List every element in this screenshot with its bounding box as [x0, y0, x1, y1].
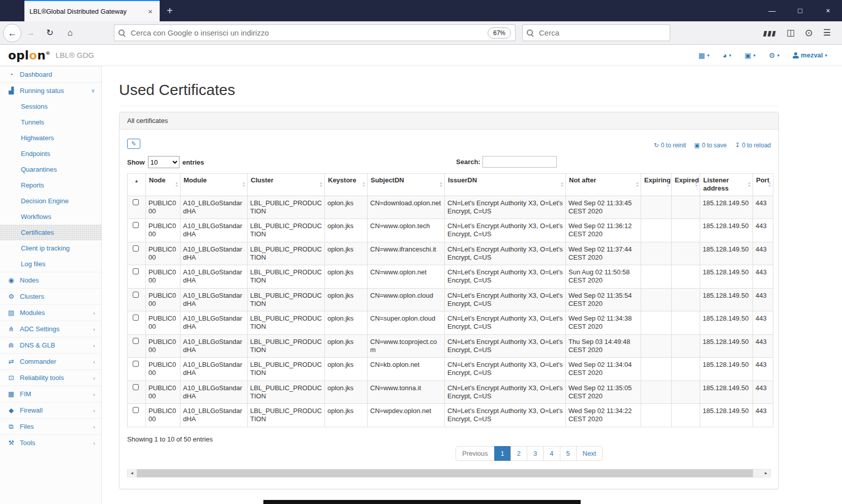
cell-keystore: oplon.jks	[325, 358, 368, 381]
sidebar-item-quarantines[interactable]: Quarantines	[0, 162, 101, 177]
sidebar-item-commander[interactable]: ⇄Commander‹	[0, 353, 101, 369]
table-row[interactable]: PUBLIC000A10_LBLGoStandardHALBL_PUBLIC_P…	[128, 265, 773, 289]
browser-search-bar[interactable]	[522, 24, 670, 41]
sort-column-header[interactable]: ▲	[128, 174, 146, 196]
pagination-previous[interactable]: Previous	[456, 446, 495, 461]
sidebar-item-files[interactable]: ⧉Files‹	[0, 418, 101, 434]
table-row[interactable]: PUBLIC000A10_LBLGoStandardHALBL_PUBLIC_P…	[128, 288, 773, 311]
forward-button[interactable]: →	[23, 28, 38, 38]
table-row[interactable]: PUBLIC000A10_LBLGoStandardHALBL_PUBLIC_P…	[128, 358, 773, 381]
tab-close-icon[interactable]: ×	[146, 7, 155, 16]
sidebar-item-fim[interactable]: ▦FIM‹	[0, 386, 101, 402]
sidebar-item-firewall[interactable]: ◆Firewall‹	[0, 402, 101, 418]
row-checkbox[interactable]	[133, 384, 139, 390]
edit-icon[interactable]: ✎	[127, 139, 140, 149]
sidebar-item-adc-settings[interactable]: ⋔ADC Settings‹	[0, 321, 101, 337]
sidebar-item-reliability-tools[interactable]: ⊡Reliability tools‹	[0, 369, 101, 386]
column-header-listener-address[interactable]: Listener address▲▼	[700, 174, 753, 196]
0-to-save-link[interactable]: ▣0 to save	[694, 142, 727, 149]
sidebar-item-endpoints[interactable]: Endpoints	[0, 146, 101, 162]
table-row[interactable]: PUBLIC000A10_LBLGoStandardHALBL_PUBLIC_P…	[128, 242, 773, 265]
sidebar-item-nodes[interactable]: ◉Nodes	[0, 272, 101, 288]
sidebar-toggle-icon[interactable]: ◫	[787, 27, 795, 38]
row-checkbox[interactable]	[133, 292, 139, 298]
sidebar-item-clusters[interactable]: ⚙Clusters	[0, 288, 101, 304]
sidebar-item-dns-glb[interactable]: ⋒DNS & GLB‹	[0, 337, 101, 353]
sidebar-item-running-status[interactable]: ▟Running status∨	[0, 82, 101, 99]
table-row[interactable]: PUBLIC000A10_LBLGoStandardHALBL_PUBLIC_P…	[128, 196, 773, 219]
0-to-reload-link[interactable]: ↧0 to reload	[735, 142, 771, 149]
back-button[interactable]: ←	[3, 24, 21, 42]
sidebar-item-sessions[interactable]: Sessions	[0, 99, 101, 114]
page-length-select[interactable]: 10	[148, 156, 179, 168]
column-header-node[interactable]: Node▲▼	[146, 174, 181, 196]
close-icon[interactable]: ×	[814, 7, 842, 15]
column-header-cluster[interactable]: Cluster▲▼	[248, 174, 325, 196]
pagination-page-1[interactable]: 1	[494, 446, 511, 461]
sidebar-item-tools[interactable]: ⚒Tools‹	[0, 434, 101, 451]
library-icon[interactable]: ▮▮▮	[762, 29, 777, 37]
url-bar[interactable]: 67%	[114, 24, 516, 41]
column-header-module[interactable]: Module▲▼	[181, 174, 248, 196]
row-checkbox[interactable]	[133, 407, 139, 413]
sidebar-item-dashboard[interactable]: ◔Dashboard	[0, 66, 101, 82]
maximize-icon[interactable]: □	[786, 7, 814, 15]
table-row[interactable]: PUBLIC000A10_LBLGoStandardHALBL_PUBLIC_P…	[128, 334, 773, 358]
scrollbar-thumb[interactable]	[137, 469, 753, 477]
column-header-not-after[interactable]: Not after▲▼	[566, 174, 641, 196]
table-row[interactable]: PUBLIC000A10_LBLGoStandardHALBL_PUBLIC_P…	[128, 381, 773, 404]
table-row[interactable]: PUBLIC000A10_LBLGoStandardHALBL_PUBLIC_P…	[128, 219, 773, 242]
browser-tab[interactable]: LBL®Global Distributed Gateway ×	[24, 0, 160, 21]
sidebar-item-certificates[interactable]: Certificates	[0, 225, 101, 240]
apps-menu[interactable]: ▦▾	[698, 51, 709, 59]
dashboard-menu[interactable]: ◕▾	[723, 51, 731, 59]
column-header-expired[interactable]: Expired▲▼	[672, 174, 700, 196]
sidebar-item-workflows[interactable]: Workflows	[0, 209, 101, 225]
table-row[interactable]: PUBLIC000A10_LBLGoStandardHALBL_PUBLIC_P…	[128, 311, 773, 335]
account-icon[interactable]: ⊙	[805, 27, 813, 39]
new-tab-button[interactable]: +	[160, 3, 180, 19]
pagination: Previous12345Next	[456, 446, 603, 461]
cell-expiring	[641, 196, 672, 219]
pagination-page-3[interactable]: 3	[527, 446, 544, 461]
sidebar-item-highwaters[interactable]: Highwaters	[0, 130, 101, 146]
minimize-icon[interactable]: —	[758, 7, 786, 15]
url-input[interactable]	[130, 28, 488, 38]
column-header-subjectdn[interactable]: SubjectDN▲▼	[368, 174, 445, 196]
sidebar-item-log-files[interactable]: Log files	[0, 256, 101, 272]
row-checkbox[interactable]	[133, 222, 139, 228]
settings-menu[interactable]: ⚙▾	[769, 51, 779, 59]
pagination-page-5[interactable]: 5	[560, 446, 577, 461]
table-search-input[interactable]	[483, 156, 557, 168]
home-button[interactable]: ⌂	[63, 28, 77, 38]
row-checkbox[interactable]	[133, 361, 139, 367]
0-to-reinit-link[interactable]: ↻0 to reinit	[654, 142, 686, 149]
save-menu[interactable]: ▣▾	[744, 51, 756, 59]
column-header-issuerdn[interactable]: IssuerDN▲▼	[445, 174, 566, 196]
cell-module: A10_LBLGoStandardHA	[181, 242, 248, 265]
sidebar-item-client-ip-tracking[interactable]: Client ip tracking	[0, 240, 101, 256]
menu-icon[interactable]: ☰	[823, 27, 831, 38]
row-checkbox[interactable]	[133, 245, 139, 251]
scroll-left-icon[interactable]: ◄	[128, 469, 136, 478]
browser-search-input[interactable]	[538, 28, 666, 38]
reload-button[interactable]: ↻	[43, 27, 57, 38]
zoom-level-badge[interactable]: 67%	[488, 27, 511, 39]
row-checkbox[interactable]	[133, 338, 139, 344]
column-header-port[interactable]: Port▲▼	[753, 174, 773, 196]
table-row[interactable]: PUBLIC000A10_LBLGoStandardHALBL_PUBLIC_P…	[128, 404, 773, 427]
pagination-next[interactable]: Next	[576, 446, 603, 461]
pagination-page-4[interactable]: 4	[543, 446, 560, 461]
row-checkbox[interactable]	[133, 314, 139, 321]
column-header-keystore[interactable]: Keystore▲▼	[325, 174, 368, 196]
column-header-expiring[interactable]: Expiring▲▼	[641, 174, 672, 196]
user-menu[interactable]: mezval▾	[793, 51, 827, 59]
sidebar-item-reports[interactable]: Reports	[0, 177, 101, 193]
scroll-right-icon[interactable]: ►	[762, 469, 770, 478]
row-checkbox[interactable]	[133, 268, 139, 274]
sidebar-item-decision-engine[interactable]: Decision Engine	[0, 193, 101, 209]
row-checkbox[interactable]	[133, 199, 139, 205]
pagination-page-2[interactable]: 2	[510, 446, 527, 461]
sidebar-item-tunnels[interactable]: Tunnels	[0, 114, 101, 130]
sidebar-item-modules[interactable]: ▤Modules‹	[0, 304, 101, 321]
